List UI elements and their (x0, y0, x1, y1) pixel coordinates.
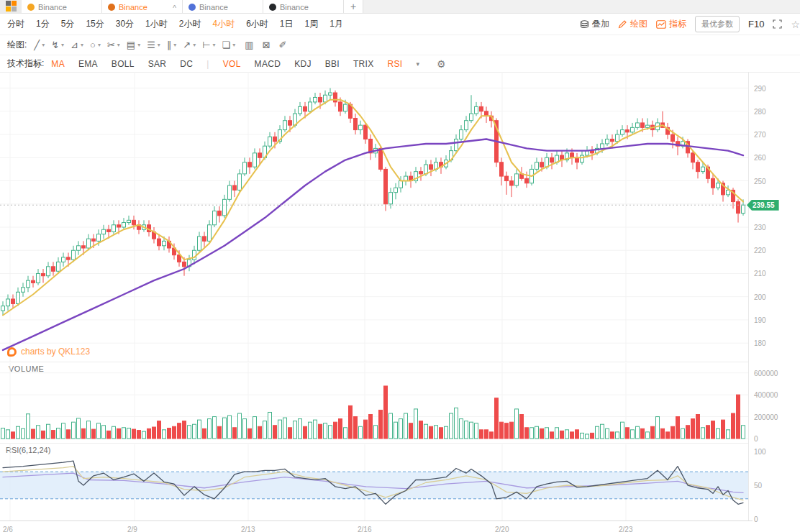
horizontal-segment-tool-icon: ⊢ (202, 40, 210, 50)
app-logo-icon[interactable] (0, 0, 22, 13)
drawing-toolbar-label: 绘图: (7, 39, 27, 51)
date-tick: 2/13 (241, 526, 255, 532)
timeframe-1月[interactable]: 1月 (329, 18, 343, 30)
indicator-SAR[interactable]: SAR (148, 59, 167, 69)
favorite-star-icon[interactable]: ☆ (791, 19, 800, 30)
pencil-icon (618, 20, 627, 29)
tab-binance-2[interactable]: Binance^ (102, 0, 183, 13)
ellipse-tool-icon: ○ (90, 40, 96, 50)
tab-label: Binance (280, 3, 309, 12)
indicator-VOL[interactable]: VOL (223, 59, 241, 69)
f10-button[interactable]: F10 (748, 19, 764, 29)
tab-binance-3[interactable]: Binance (183, 0, 263, 13)
drawing-toolbar: 绘图: ╱▾↯▾⊿▾○▾✂▾▤▾☰▾∥▾↗▾⊢▾❏▾ ▥⊠✐ (0, 35, 800, 55)
indicator-MACD[interactable]: MACD (255, 59, 281, 69)
arrow-tool[interactable]: ↗▾ (183, 40, 196, 50)
vertical-lines-tool[interactable]: ∥▾ (167, 40, 177, 50)
fullscreen-icon[interactable] (773, 19, 782, 29)
trend-line-tool[interactable]: ╱▾ (34, 40, 45, 50)
note-bubble-tool[interactable]: ❏▾ (222, 40, 236, 50)
note-bubble-tool-icon: ❏ (222, 40, 231, 50)
dropdown-caret-icon: ▾ (98, 42, 101, 48)
measure-tool[interactable]: ✂▾ (107, 40, 120, 50)
timeframe-15分[interactable]: 15分 (86, 18, 104, 30)
new-tab-button[interactable]: + (344, 0, 363, 13)
indicator-DC[interactable]: DC (180, 59, 193, 69)
timeframe-5分[interactable]: 5分 (61, 18, 75, 30)
overlay-button[interactable]: 叠加 (580, 18, 609, 30)
timeframe-分时[interactable]: 分时 (7, 18, 24, 30)
indicator-RSI[interactable]: RSI (388, 59, 403, 69)
candle-pattern-tool[interactable]: ▤▾ (127, 40, 140, 50)
dropdown-caret-icon: ▾ (42, 42, 45, 48)
polyline-tool[interactable]: ↯▾ (51, 40, 64, 50)
rsi-tick: 50 (754, 482, 796, 490)
indicator-BBI[interactable]: BBI (325, 59, 340, 69)
timeframe-6小时[interactable]: 6小时 (246, 18, 268, 30)
indicator-dropdown-caret[interactable]: ▾ (416, 60, 419, 68)
timeframe-2小时[interactable]: 2小时 (179, 18, 201, 30)
vertical-lines-tool-icon: ∥ (167, 40, 172, 50)
drawing-tool-list: ╱▾↯▾⊿▾○▾✂▾▤▾☰▾∥▾↗▾⊢▾❏▾ (34, 40, 242, 50)
candle-pattern-tool-icon: ▤ (127, 40, 135, 50)
date-tick: 2/20 (495, 526, 509, 532)
timeframe-1分[interactable]: 1分 (36, 18, 50, 30)
x-axis-line (0, 520, 753, 521)
indicator-panel-button[interactable]: 指标 (656, 18, 686, 30)
horizontal-segment-tool[interactable]: ⊢▾ (202, 40, 215, 50)
coin-black-icon (269, 4, 276, 11)
price-axis-separator (748, 72, 749, 520)
indicator-MA[interactable]: MA (51, 59, 65, 69)
optimize-params-button[interactable]: 最优参数 (695, 16, 740, 32)
text-lines-tool-icon: ☰ (147, 40, 155, 50)
indicator-BOLL[interactable]: BOLL (112, 59, 135, 69)
tab-label: Binance (199, 3, 228, 12)
indicator-toolbar: 技术指标: MAEMABOLLSARDC|VOLMACDKDJBBITRIXRS… (0, 55, 800, 73)
timeframe-toolbar: 分时1分5分15分30分1小时2小时4小时6小时1日1周1月 叠加 绘图 (0, 14, 800, 35)
shape-tool[interactable]: ⊿▾ (71, 40, 83, 50)
dropdown-caret-icon: ▾ (158, 42, 160, 48)
eraser-tool[interactable]: ✐ (278, 40, 286, 50)
watermark-text: charts by QKL123 (21, 347, 90, 357)
measure-tool-icon: ✂ (107, 40, 115, 50)
volume-tick: 400000 (754, 391, 796, 399)
timeframe-1小时[interactable]: 1小时 (145, 18, 168, 30)
timeframe-30分[interactable]: 30分 (116, 18, 134, 30)
layers-icon (580, 20, 589, 29)
tab-collapse-chevron[interactable]: ^ (173, 4, 176, 12)
polyline-tool-icon: ↯ (51, 40, 59, 50)
price-tick: 280 (754, 108, 796, 116)
draw-mode-button[interactable]: 绘图 (618, 18, 647, 30)
timeframe-1日[interactable]: 1日 (280, 18, 294, 30)
qkl123-logo-icon (7, 347, 17, 357)
arrow-tool-icon: ↗ (183, 40, 191, 50)
price-tick: 260 (754, 154, 796, 162)
grid-logo-icon (6, 1, 17, 12)
date-tick: 2/23 (619, 526, 632, 532)
price-tick: 220 (754, 247, 796, 254)
coin-orange-icon (27, 4, 35, 11)
positions-chart-tool[interactable]: ▥ (245, 40, 253, 50)
delete-drawings-button[interactable]: ⊠ (263, 40, 271, 50)
indicator-panel-label: 指标 (669, 18, 686, 30)
ellipse-tool[interactable]: ○▾ (90, 40, 101, 50)
indicator-TRIX[interactable]: TRIX (353, 59, 374, 69)
indicator-settings-gear-icon[interactable]: ⚙ (437, 58, 446, 70)
rsi-chart-canvas[interactable] (0, 444, 748, 520)
indicator-EMA[interactable]: EMA (78, 59, 98, 69)
volume-chart-canvas[interactable] (0, 363, 748, 440)
chart-area: charts by QKL123 VOLUME RSI(6,12,24) 290… (0, 72, 800, 532)
last-price-badge: 239.55 (747, 200, 779, 211)
price-tick: 190 (754, 316, 796, 324)
indicator-separator: | (206, 59, 209, 69)
indicator-KDJ[interactable]: KDJ (294, 59, 312, 69)
tab-binance-1[interactable]: Binance (22, 0, 102, 13)
text-lines-tool[interactable]: ☰▾ (147, 40, 160, 50)
timeframe-1周[interactable]: 1周 (305, 18, 319, 30)
volume-tick: 0 (754, 435, 796, 443)
price-chart-canvas[interactable] (0, 72, 748, 362)
timeframe-4小时[interactable]: 4小时 (212, 18, 235, 30)
volume-tick: 200000 (754, 413, 796, 421)
tab-binance-4[interactable]: Binance (263, 0, 344, 13)
dropdown-caret-icon: ▾ (137, 42, 140, 48)
